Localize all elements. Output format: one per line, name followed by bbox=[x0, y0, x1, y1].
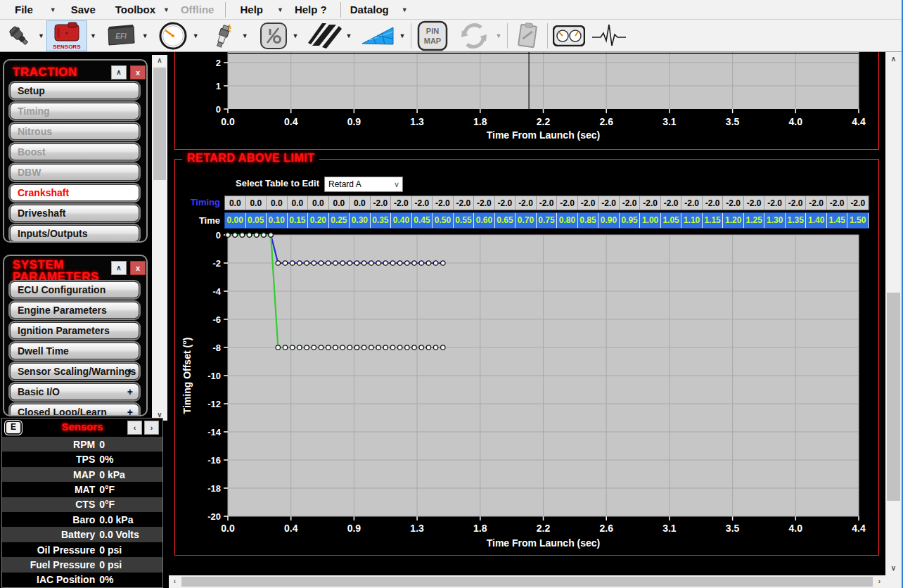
chevron-down-icon[interactable]: ▼ bbox=[50, 6, 56, 13]
chevron-down-icon[interactable]: ▼ bbox=[38, 32, 44, 39]
menu-datalog[interactable]: Datalog bbox=[350, 4, 389, 15]
menu-separator bbox=[340, 2, 341, 18]
menu-bar: File ▼ Save Toolbox ▼ Offline Help ▼ Hel… bbox=[0, 0, 903, 20]
sensor-row-battery: Battery0.0 Volts bbox=[2, 527, 162, 542]
chevron-down-icon[interactable]: ▼ bbox=[293, 32, 299, 39]
svg-text:2.6: 2.6 bbox=[599, 116, 613, 127]
sensor-label: TPS bbox=[2, 454, 95, 465]
system-parameters-panel: SYSTEM PARAMETERS ∧ x ECU ConfigurationE… bbox=[3, 255, 148, 416]
sensor-row-baro: Baro0.0 kPa bbox=[2, 512, 162, 527]
prev-page-button[interactable]: ‹ bbox=[127, 421, 142, 435]
svg-text:4.0: 4.0 bbox=[789, 523, 803, 534]
svg-text:Time From Launch (sec): Time From Launch (sec) bbox=[487, 537, 601, 549]
retard-above-limit-panel: RETARD ABOVE LIMIT Select Table to Edit … bbox=[174, 159, 879, 556]
scroll-left-icon[interactable]: ‹ bbox=[169, 575, 181, 588]
sensor-label: MAT bbox=[2, 484, 95, 495]
chevron-down-icon[interactable]: ▼ bbox=[242, 32, 248, 39]
pin-map-icon[interactable]: PIN MAP bbox=[415, 20, 450, 51]
upper-chart-panel: 0.00.40.91.31.82.22.63.13.54.04.4012Time… bbox=[174, 52, 879, 150]
menu-toolbox[interactable]: Toolbox bbox=[115, 4, 155, 15]
chevron-down-icon[interactable]: ▼ bbox=[90, 32, 96, 39]
close-icon[interactable]: x bbox=[130, 65, 146, 79]
scrollbar-corner bbox=[885, 575, 902, 588]
sidebar-button-setup[interactable]: Setup bbox=[10, 82, 139, 99]
menu-help[interactable]: Help bbox=[240, 4, 263, 15]
pin-text: PIN bbox=[426, 27, 439, 35]
io-icon[interactable] bbox=[257, 20, 290, 51]
sidebar-button-ecu-configuration[interactable]: ECU Configuration bbox=[10, 281, 139, 298]
sensor-value: 0% bbox=[95, 454, 113, 465]
svg-text:-10: -10 bbox=[207, 371, 221, 381]
sensors-caption: SENSORS bbox=[47, 44, 87, 50]
collapse-button[interactable]: ∧ bbox=[111, 65, 127, 79]
fan-icon[interactable] bbox=[359, 20, 396, 51]
next-page-button[interactable]: › bbox=[144, 421, 159, 435]
sensor-row-oil-pressure: Oil Pressure0 psi bbox=[2, 542, 162, 557]
sidebar-button-sensor-scaling-warnings[interactable]: Sensor Scaling/Warnings+ bbox=[10, 363, 139, 380]
svg-text:Timing Offset (°): Timing Offset (°) bbox=[181, 338, 193, 414]
gauges-icon[interactable] bbox=[551, 20, 587, 51]
sensors-panel: E Sensors ‹ › RPM0TPS0%MAP0 kPaMAT0°FCTS… bbox=[1, 418, 163, 588]
expand-plus-icon[interactable]: + bbox=[127, 404, 133, 416]
sidebar-button-nitrous: Nitrous bbox=[10, 123, 139, 140]
menu-help-question[interactable]: Help ? bbox=[295, 4, 327, 15]
notes-icon bbox=[511, 20, 544, 51]
menu-file[interactable]: File bbox=[15, 4, 33, 15]
sensor-label: Fuel Pressure bbox=[2, 559, 95, 570]
chevron-down-icon[interactable]: ▼ bbox=[346, 32, 352, 39]
chevron-down-icon[interactable]: ▼ bbox=[193, 32, 199, 39]
sensor-value: 0% bbox=[95, 574, 113, 585]
sync-icon bbox=[456, 20, 492, 51]
sensor-label: Battery bbox=[2, 529, 95, 540]
collapse-button[interactable]: ∧ bbox=[111, 261, 127, 275]
menu-separator bbox=[225, 2, 226, 18]
waveform-icon[interactable] bbox=[589, 20, 629, 51]
scrollbar-thumb[interactable] bbox=[887, 293, 900, 501]
sensor-row-mat: MAT0°F bbox=[2, 482, 162, 497]
chevron-down-icon[interactable]: ▼ bbox=[142, 32, 148, 39]
chevron-down-icon[interactable]: ▼ bbox=[163, 6, 169, 13]
scrollbar-thumb[interactable] bbox=[153, 68, 166, 180]
traction-panel-title: TRACTION bbox=[13, 66, 77, 78]
ecu-sensors-icon[interactable]: SENSORS bbox=[46, 20, 87, 51]
svg-text:0: 0 bbox=[216, 230, 221, 241]
holley-efi-icon[interactable]: EFI bbox=[103, 20, 139, 51]
expand-plus-icon[interactable]: + bbox=[127, 364, 133, 379]
chevron-down-icon[interactable]: ▼ bbox=[399, 32, 405, 39]
sensor-value: 0.0 kPa bbox=[95, 514, 133, 525]
sidebar-button-crankshaft[interactable]: Crankshaft bbox=[10, 184, 139, 201]
scroll-down-icon[interactable]: ∨ bbox=[885, 563, 902, 574]
sensor-value: 0 psi bbox=[95, 559, 122, 570]
menu-save[interactable]: Save bbox=[71, 4, 96, 15]
retard-chart[interactable]: 0.00.40.91.31.82.22.63.13.54.04.40-2-4-6… bbox=[175, 160, 878, 555]
top-chart[interactable]: 0.00.40.91.31.82.22.63.13.54.04.4012Time… bbox=[175, 52, 878, 148]
scrollbar-thumb[interactable] bbox=[181, 577, 873, 587]
sidebar-button-dwell-time[interactable]: Dwell Time bbox=[10, 343, 139, 359]
svg-text:0.0: 0.0 bbox=[221, 523, 235, 534]
fuel-injector-icon[interactable] bbox=[3, 20, 35, 51]
scroll-up-icon[interactable]: ∧ bbox=[152, 55, 167, 66]
close-icon[interactable]: x bbox=[130, 261, 146, 275]
chevron-down-icon[interactable]: ▼ bbox=[277, 6, 283, 13]
spark-plug-icon[interactable] bbox=[207, 20, 239, 51]
sidebar-button-closed-loop-learn[interactable]: Closed Loop/Learn+ bbox=[10, 404, 139, 416]
sidebar-button-engine-parameters[interactable]: Engine Parameters bbox=[10, 302, 139, 319]
sidebar-button-timing: Timing bbox=[10, 103, 139, 120]
sidebar-button-basic-i-o[interactable]: Basic I/O+ bbox=[10, 383, 139, 400]
svg-text:-4: -4 bbox=[212, 286, 221, 297]
svg-text:4.4: 4.4 bbox=[852, 523, 866, 534]
sidebar-button-ignition-parameters[interactable]: Ignition Parameters bbox=[10, 322, 139, 339]
traction-panel: TRACTION ∧ x SetupTimingNitrousBoostDBWC… bbox=[3, 59, 148, 243]
toolbar-separator bbox=[547, 23, 548, 49]
svg-text:3.5: 3.5 bbox=[726, 116, 740, 127]
expand-plus-icon[interactable]: + bbox=[127, 384, 133, 400]
sidebar-button-driveshaft[interactable]: Driveshaft bbox=[10, 205, 139, 222]
scroll-right-icon[interactable]: › bbox=[873, 575, 885, 588]
scroll-up-icon[interactable]: ∧ bbox=[885, 53, 902, 65]
chevron-down-icon[interactable]: ▼ bbox=[402, 6, 408, 13]
svg-text:1.3: 1.3 bbox=[410, 116, 424, 127]
svg-text:1.8: 1.8 bbox=[473, 116, 487, 127]
sidebar-button-inputs-outputs[interactable]: Inputs/Outputs bbox=[10, 225, 139, 242]
gauge-icon[interactable] bbox=[156, 20, 190, 51]
belt-icon[interactable] bbox=[307, 20, 343, 51]
